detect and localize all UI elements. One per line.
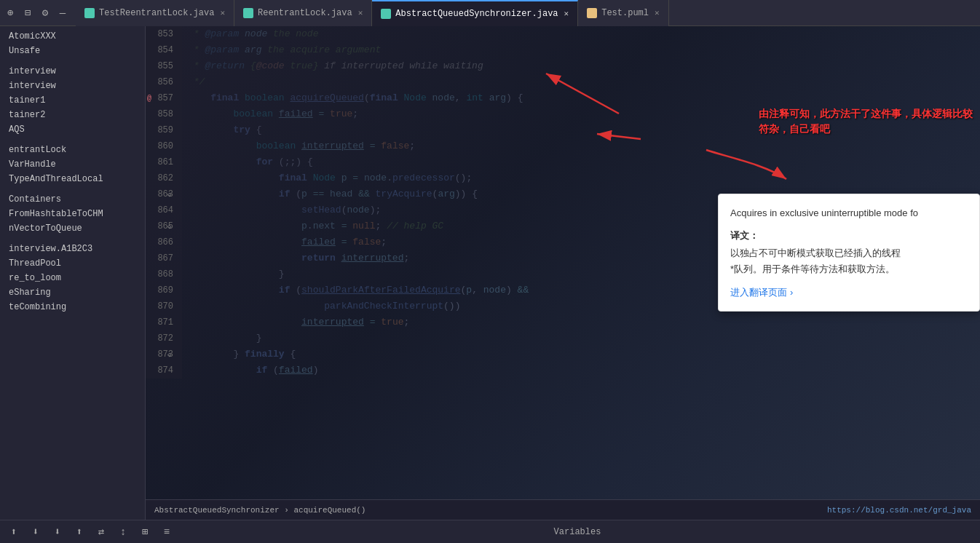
toolbar-btn-2[interactable]: ⬇: [28, 524, 44, 540]
translation-popup: Acquires in exclusive uninterruptible mo…: [718, 194, 980, 312]
toolbar-btn-8[interactable]: ≡: [159, 524, 175, 540]
tab-aqs[interactable]: AbstractQueuedSynchronizer.java ✕: [372, 0, 578, 26]
annotation-marker: @: [147, 95, 151, 103]
sidebar-item[interactable]: re_to_loom: [0, 271, 145, 285]
toolbar-btn-6[interactable]: ↕: [115, 524, 131, 540]
line-number: 872: [146, 330, 182, 346]
tab-reentrant-lock[interactable]: ReentrantLock.java ✕: [234, 0, 372, 26]
sidebar-item[interactable]: TypeAndThreadLocal: [0, 172, 145, 186]
sidebar-item[interactable]: interview: [0, 79, 145, 93]
line-number: 853: [146, 26, 182, 42]
annotation-box: 由注释可知，此方法干了这件事，具体逻辑比较 符杂，自己看吧: [759, 106, 973, 137]
tab-bar: ⊕ ⊟ ⚙ — TestReentrantLock.java ✕ Reentra…: [0, 0, 980, 26]
sidebar-item[interactable]: interview.A1B2C3: [0, 242, 145, 256]
translation-arrow-icon: ›: [790, 287, 793, 298]
sidebar-item[interactable]: [0, 236, 145, 242]
tab-file-icon: [84, 8, 95, 18]
tab-file-icon: [243, 8, 253, 18]
tab-file-icon: [587, 8, 597, 18]
main-layout: AtomicXXX Unsafe interview interview tai…: [0, 26, 980, 520]
annotation-text: 由注释可知，此方法干了这件事，具体逻辑比较 符杂，自己看吧: [759, 108, 973, 135]
split-icon[interactable]: ⊟: [20, 6, 35, 20]
sidebar-item[interactable]: FromHashtableToCHM: [0, 207, 145, 221]
toolbar-btn-1[interactable]: ⬆: [6, 524, 22, 540]
tab-file-icon: [381, 9, 391, 19]
tab-test-reentrant[interactable]: TestReentrantLock.java ✕: [76, 0, 234, 26]
gutter-diamond: ◇: [167, 351, 171, 359]
code-area: 由注释可知，此方法干了这件事，具体逻辑比较 符杂，自己看吧 Acquires i…: [146, 26, 980, 520]
sidebar-item[interactable]: interview: [0, 64, 145, 79]
sidebar-item[interactable]: [0, 58, 145, 64]
tab-close[interactable]: ✕: [358, 8, 363, 17]
tab-label: ReentrantLock.java: [258, 8, 352, 18]
line-number: 855: [146, 58, 182, 74]
translation-zh-label: 译文：: [730, 229, 968, 242]
gutter-diamond: ◇: [167, 223, 171, 231]
tab-label: Test.puml: [601, 8, 649, 18]
sidebar-item[interactable]: Containers: [0, 192, 145, 207]
sidebar-item[interactable]: Unsafe: [0, 44, 145, 58]
line-number: ◇ 863: [146, 186, 182, 202]
sidebar-item[interactable]: [0, 186, 145, 192]
status-url: https://blog.csdn.net/grd_java: [827, 506, 971, 515]
tab-test-puml[interactable]: Test.puml ✕: [578, 0, 668, 26]
line-number: @ 857: [146, 90, 182, 106]
tab-close[interactable]: ✕: [220, 8, 225, 17]
line-number: ◇ 865: [146, 218, 182, 234]
tab-close[interactable]: ✕: [655, 8, 660, 17]
bottom-toolbar: ⬆ ⬇ ⬇ ⬆ ⇄ ↕ ⊞ ≡ Variables: [0, 520, 980, 543]
toolbar-btn-4[interactable]: ⬆: [71, 524, 87, 540]
line-number: 856: [146, 74, 182, 90]
sidebar-item[interactable]: AQS: [0, 122, 145, 137]
line-number: 859: [146, 122, 182, 138]
sidebar-item[interactable]: AtomicXXX: [0, 29, 145, 44]
tab-label: TestReentrantLock.java: [99, 8, 214, 18]
settings-icon[interactable]: ⚙: [38, 6, 52, 20]
gutter-diamond: ◇: [167, 191, 171, 199]
breadcrumb: AbstractQueuedSynchronizer › acquireQueu…: [154, 506, 827, 515]
toolbar-btn-3[interactable]: ⬇: [50, 524, 66, 540]
tab-label: AbstractQueuedSynchronizer.java: [395, 9, 558, 19]
sidebar-item[interactable]: tainer2: [0, 108, 145, 122]
line-number: 871: [146, 314, 182, 330]
line-number: ◇ 873: [146, 346, 182, 362]
translation-eng-text: Acquires in exclusive uninterruptible mo…: [730, 206, 968, 221]
tab-close[interactable]: ✕: [564, 9, 569, 18]
line-number: 864: [146, 202, 182, 218]
toolbar-btn-5[interactable]: ⇄: [93, 524, 109, 540]
toolbar-btn-7[interactable]: ⊞: [137, 524, 153, 540]
sidebar-item[interactable]: teCombining: [0, 300, 145, 314]
line-number: 869: [146, 282, 182, 298]
line-number: 861: [146, 154, 182, 170]
variables-tab[interactable]: Variables: [554, 527, 601, 537]
line-number: 874: [146, 362, 182, 378]
line-number: 858: [146, 106, 182, 122]
code-editor[interactable]: 由注释可知，此方法干了这件事，具体逻辑比较 符杂，自己看吧 Acquires i…: [146, 26, 980, 499]
translation-link[interactable]: 进入翻译页面 ›: [730, 286, 968, 299]
globe-icon[interactable]: ⊕: [3, 6, 17, 20]
sidebar-item[interactable]: entrantLock: [0, 143, 145, 157]
sidebar: AtomicXXX Unsafe interview interview tai…: [0, 26, 146, 520]
line-number: 854: [146, 42, 182, 58]
sidebar-item[interactable]: ThreadPool: [0, 256, 145, 271]
line-number: 866: [146, 234, 182, 250]
sidebar-item[interactable]: [0, 137, 145, 143]
line-number: 862: [146, 170, 182, 186]
tab-bar-controls: ⊕ ⊟ ⚙ —: [3, 6, 70, 20]
line-number: 867: [146, 250, 182, 266]
sidebar-item[interactable]: nVectorToQueue: [0, 221, 145, 236]
line-number: 870: [146, 298, 182, 314]
status-bar: AbstractQueuedSynchronizer › acquireQueu…: [146, 499, 980, 520]
line-number: 860: [146, 138, 182, 154]
translation-link-text: 进入翻译页面: [730, 286, 787, 299]
sidebar-item[interactable]: eSharing: [0, 285, 145, 300]
sidebar-item[interactable]: VarHandle: [0, 157, 145, 172]
line-number: 868: [146, 266, 182, 282]
minimize-icon[interactable]: —: [55, 6, 70, 20]
sidebar-item[interactable]: tainer1: [0, 93, 145, 108]
translation-zh-text: 以独占不可中断模式获取已经插入的线程 *队列。用于条件等待方法和获取方法。: [730, 245, 968, 277]
